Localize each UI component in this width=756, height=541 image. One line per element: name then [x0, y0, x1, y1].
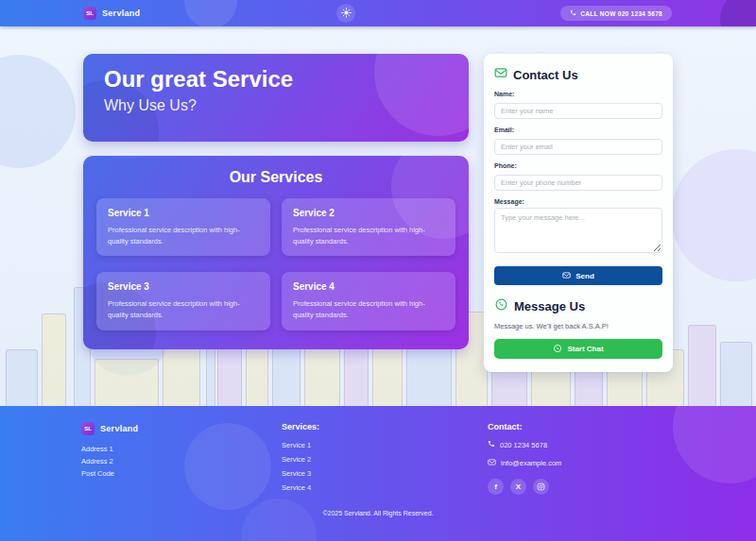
footer-contact-heading: Contact: [488, 422, 675, 431]
social-links: f X [488, 479, 675, 495]
services-title: Our Services [96, 169, 455, 186]
service-card-1[interactable]: Service 1 Professional service descripti… [96, 198, 270, 256]
footer-link-service-2[interactable]: Service 2 [282, 455, 488, 464]
contact-card: Contact Us Name: Email: Phone: Message: [484, 54, 673, 372]
footer-link-service-4[interactable]: Service 4 [282, 483, 488, 492]
send-label: Send [576, 272, 594, 280]
phone-icon [488, 440, 495, 449]
email-label: Email: [494, 127, 662, 133]
footer-phone-number: 020 1234 5678 [500, 441, 547, 449]
footer-email-row[interactable]: info@example.com [488, 458, 675, 468]
sun-icon [341, 7, 352, 21]
message-textarea[interactable] [494, 208, 662, 253]
address-line-1: Address 1 [81, 444, 282, 456]
footer: SL Servland Address 1 Address 2 Post Cod… [0, 406, 756, 541]
send-envelope-icon [562, 271, 571, 281]
footer-link-service-1[interactable]: Service 1 [282, 441, 488, 449]
service-title: Service 2 [293, 208, 444, 218]
service-title: Service 3 [108, 281, 259, 292]
header-decor-circle [184, 0, 237, 26]
service-description: Professional service description with hi… [293, 298, 444, 320]
service-description: Professional service description with hi… [108, 225, 259, 246]
start-chat-label: Start Chat [567, 345, 603, 353]
name-input[interactable] [494, 103, 662, 119]
service-description: Professional service description with hi… [108, 298, 259, 320]
brand-name: Servland [102, 8, 140, 18]
footer-decor-circle [673, 406, 756, 483]
contact-us-title: Contact Us [513, 68, 578, 82]
logo-badge: SL [83, 7, 96, 20]
x-icon[interactable]: X [510, 479, 526, 495]
message-us-title: Message Us [514, 299, 585, 313]
email-input[interactable] [494, 139, 662, 155]
footer-logo-badge: SL [81, 422, 94, 435]
left-column: Our great Service Why Use Us? Our Servic… [83, 54, 469, 372]
instagram-icon[interactable] [533, 479, 549, 495]
phone-icon [570, 9, 576, 17]
address-line-2: Address 2 [81, 456, 282, 468]
main-content: Our great Service Why Use Us? Our Servic… [0, 26, 756, 406]
services-section: Our Services Service 1 Professional serv… [83, 156, 469, 349]
service-description: Professional service description with hi… [293, 225, 444, 246]
footer-services-heading: Services: [282, 422, 488, 431]
phone-input[interactable] [494, 175, 662, 191]
call-now-label: CALL NOW 020 1234 5678 [580, 10, 662, 17]
envelope-icon [494, 66, 507, 83]
phone-label: Phone: [494, 162, 662, 169]
service-card-2[interactable]: Service 2 Professional service descripti… [282, 198, 455, 256]
top-navbar: SL Servland CALL NOW 020 1234 5678 [0, 0, 756, 26]
service-card-3[interactable]: Service 3 Professional service descripti… [96, 272, 270, 330]
message-label: Message: [494, 198, 662, 205]
header-decor-circle [720, 0, 756, 26]
name-label: Name: [494, 91, 662, 97]
hero-subtitle: Why Use Us? [104, 97, 448, 114]
footer-brand-column: SL Servland Address 1 Address 2 Post Cod… [81, 422, 282, 498]
whatsapp-icon [494, 297, 508, 315]
envelope-icon [488, 458, 496, 468]
background-decor-circle [671, 149, 756, 281]
footer-contact-column: Contact: 020 1234 5678 info@example.com … [488, 422, 675, 498]
address-post-code: Post Code [81, 468, 282, 481]
footer-address: Address 1 Address 2 Post Code [81, 444, 282, 480]
footer-email-address: info@example.com [501, 459, 561, 467]
hero-title: Our great Service [104, 66, 448, 93]
message-us-text: Message us. We'll get back A.S.A.P! [494, 322, 662, 330]
service-title: Service 4 [293, 281, 444, 292]
start-chat-button[interactable]: Start Chat [494, 339, 662, 359]
service-title: Service 1 [108, 208, 259, 218]
background-decor-circle [0, 55, 76, 168]
footer-link-service-3[interactable]: Service 3 [282, 469, 488, 478]
right-column: Contact Us Name: Email: Phone: Message: [484, 54, 673, 372]
footer-decor-circle [241, 499, 317, 541]
theme-toggle-button[interactable] [336, 4, 355, 23]
hero-card: Our great Service Why Use Us? [83, 54, 469, 142]
send-button[interactable]: Send [494, 266, 662, 285]
service-card-4[interactable]: Service 4 Professional service descripti… [282, 272, 455, 330]
footer-phone-row[interactable]: 020 1234 5678 [488, 440, 675, 449]
whatsapp-chat-icon [553, 344, 562, 355]
message-us-section: Message Us Message us. We'll get back A.… [494, 297, 662, 359]
call-now-button[interactable]: CALL NOW 020 1234 5678 [560, 6, 672, 21]
footer-logo[interactable]: SL Servland [81, 422, 282, 435]
copyright-text: ©2025 Servland. All Rights Reserved. [0, 510, 756, 516]
footer-brand-name: Servland [100, 424, 138, 433]
services-grid: Service 1 Professional service descripti… [96, 198, 455, 330]
brand-logo[interactable]: SL Servland [83, 7, 140, 20]
footer-services-column: Services: Service 1 Service 2 Service 3 … [282, 422, 488, 498]
facebook-icon[interactable]: f [488, 479, 504, 495]
